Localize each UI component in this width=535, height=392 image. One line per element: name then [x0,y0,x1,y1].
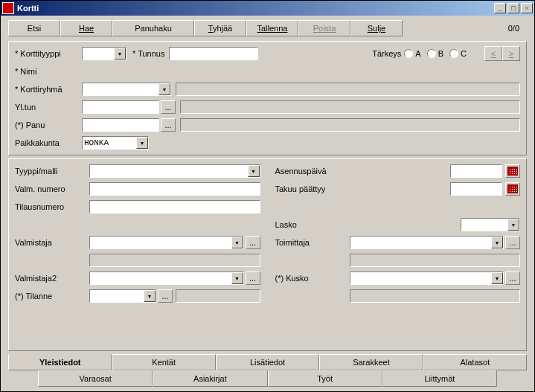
tab-sarakkeet[interactable]: Sarakkeet [319,354,423,370]
calendar-icon [507,167,518,176]
panu-label: (*) Panu [15,121,82,129]
takuu-paattyy-input[interactable] [450,182,502,196]
hae-button[interactable]: Hae [60,20,112,36]
chevron-down-icon: ▼ [114,48,126,60]
tab-strip-secondary: Varaosat Asiakirjat Työt Liittymät [8,370,527,387]
tab-varaosat[interactable]: Varaosat [38,370,153,387]
tarkeys-a-radio[interactable]: A [404,49,420,58]
tab-strip-primary: Yleistiedot Kentät Lisätiedot Sarakkeet … [8,354,527,370]
chevron-down-icon: ▼ [507,219,519,231]
yltun-browse-button[interactable]: ... [161,100,176,114]
asennuspaiva-label: Asennuspäivä [275,167,350,176]
korttityyppi-label: * Korttityyppi [15,49,82,58]
takuu-paattyy-date-button[interactable] [505,182,520,196]
app-icon [2,2,14,14]
tallenna-button[interactable]: Tallenna [246,20,298,36]
toimittaja-display [350,254,521,267]
tab-kentat[interactable]: Kentät [112,354,215,370]
chevron-down-icon: ▼ [491,272,503,284]
sulje-button[interactable]: Sulje [350,20,403,36]
tarkeys-label: Tärkeys [372,49,401,58]
tyyppimalli-select[interactable]: ▼ [89,164,260,178]
asennuspaiva-date-button[interactable] [505,164,520,178]
panu-browse-button[interactable]: ... [161,118,176,132]
record-counter: 0/0 [508,24,527,33]
valmistaja2-browse-button[interactable]: ... [246,271,260,285]
maximize-button[interactable]: □ [507,3,519,13]
paikkakunta-label: Paikkakunta [15,138,82,147]
header-panel: * Korttityyppi ▼ * Tunnus Tärkeys A B C … [8,41,527,155]
korttiryhma-select[interactable]: ▼ [82,83,171,96]
tyhja-button[interactable]: Tyhjää [194,20,246,36]
kusko-select[interactable]: ▼ [350,271,504,285]
kusko-label: (*) Kusko [275,274,350,283]
etsi-button[interactable]: Etsi [8,20,60,36]
tyyppimalli-label: Tyyppi/malli [15,167,89,176]
tab-tyot[interactable]: Työt [268,370,382,387]
tab-alatasot[interactable]: Alatasot [423,354,527,370]
window-title: Kortti [17,4,494,13]
tilanne-display [176,289,260,303]
minimize-button[interactable]: _ [494,3,506,13]
tab-asiakirjat[interactable]: Asiakirjat [153,370,267,387]
titlebar: Kortti _ □ × [1,1,534,16]
valmistaja-display [89,254,260,267]
poista-button[interactable]: Poista [298,20,350,36]
tab-yleistiedot[interactable]: Yleistiedot [8,354,112,370]
tilanne-browse-button[interactable]: ... [158,289,173,303]
valmistaja-label: Valmistaja [15,238,89,247]
paikkakunta-select[interactable]: HONKA▼ [82,136,149,150]
asennuspaiva-input[interactable] [450,164,502,178]
korttityyppi-select[interactable]: ▼ [82,47,126,60]
valm-numero-label: Valm. numero [15,184,89,193]
tab-liittymat[interactable]: Liittymät [382,370,497,387]
valm-numero-input[interactable] [89,182,260,196]
tunnus-input[interactable] [169,47,258,60]
toimittaja-browse-button[interactable]: ... [505,236,520,249]
chevron-down-icon: ▼ [231,237,243,248]
tilausnumero-input[interactable] [89,200,260,213]
chevron-down-icon: ▼ [231,272,243,284]
nimi-label: * Nimi [15,67,82,76]
chevron-down-icon: ▼ [144,290,156,302]
detail-panel: Tyyppi/malli ▼ Valm. numero Tilausnumero… [8,158,527,351]
panuhaku-button[interactable]: Panuhaku [112,20,194,36]
tarkeys-b-radio[interactable]: B [427,49,443,58]
tarkeys-c-radio[interactable]: C [449,49,467,58]
tab-lisatiedot[interactable]: Lisätiedot [216,354,319,370]
panu-input[interactable] [82,118,159,132]
panu-display [180,118,520,132]
takuu-paattyy-label: Takuu päättyy [275,184,350,193]
yltun-input[interactable] [82,100,159,114]
kusko-display [350,289,521,303]
valmistaja2-label: Valmistaja2 [15,274,89,283]
toimittaja-select[interactable]: ▼ [350,236,504,249]
yltun-label: Yl.tun [15,103,82,112]
yltun-display [180,100,520,114]
korttiryhma-display [176,83,520,96]
toimittaja-label: Toimittaja [275,238,350,247]
chevron-down-icon: ▼ [136,137,148,149]
chevron-down-icon: ▼ [158,83,170,95]
close-button[interactable]: × [521,3,533,13]
kusko-browse-button[interactable]: ... [505,271,520,285]
nav-prev-button[interactable]: < [484,46,502,61]
tilanne-select[interactable]: ▼ [89,289,156,303]
valmistaja-select[interactable]: ▼ [89,236,244,249]
chevron-down-icon: ▼ [491,237,503,248]
toolbar: Etsi Hae Panuhaku Tyhjää Tallenna Poista… [1,16,534,39]
valmistaja-browse-button[interactable]: ... [246,236,260,249]
tilanne-label: (*) Tilanne [15,292,89,301]
nav-next-button[interactable]: > [502,46,520,61]
valmistaja2-select[interactable]: ▼ [89,271,244,285]
tilausnumero-label: Tilausnumero [15,202,89,211]
lasko-select[interactable]: ▼ [461,218,520,231]
korttiryhma-label: * Korttiryhmä [15,85,82,94]
lasko-label: Lasko [275,220,350,229]
tunnus-label: * Tunnus [132,49,164,58]
chevron-down-icon: ▼ [248,165,260,177]
calendar-icon [507,184,518,193]
